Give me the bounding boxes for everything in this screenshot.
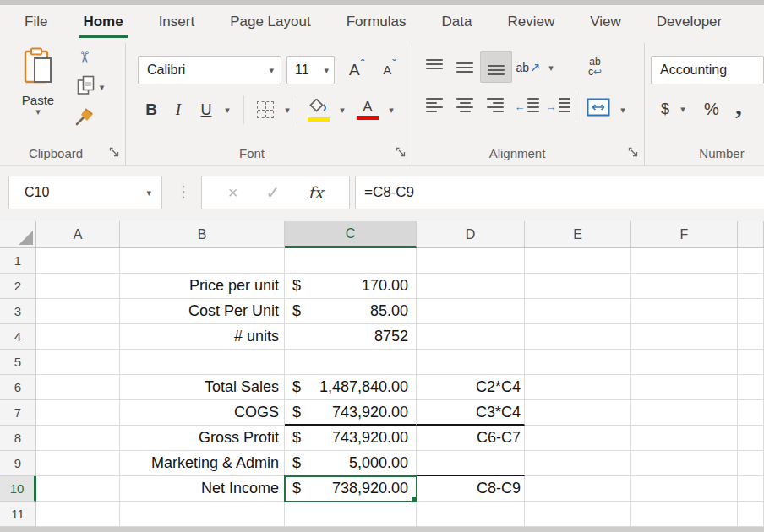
cell-F3[interactable] xyxy=(631,299,738,324)
row-header-10[interactable]: 10 xyxy=(0,476,36,502)
cell-F6[interactable] xyxy=(631,375,738,400)
cell-F11[interactable] xyxy=(631,502,738,527)
row-header-1[interactable]: 1 xyxy=(0,248,36,274)
decrease-indent-button[interactable]: ← xyxy=(512,91,541,122)
copy-button[interactable]: ▾ xyxy=(66,73,115,100)
fill-handle[interactable] xyxy=(411,496,417,502)
align-top-button[interactable] xyxy=(421,52,448,83)
increase-indent-button[interactable]: → xyxy=(543,91,572,122)
clipboard-dialog-launcher-icon[interactable] xyxy=(108,146,120,158)
cell-A11[interactable] xyxy=(36,502,120,527)
column-header-E[interactable]: E xyxy=(525,221,631,248)
tab-data[interactable]: Data xyxy=(424,5,490,38)
cell-C7[interactable]: $743,920.00 xyxy=(285,400,417,426)
cell-F1[interactable] xyxy=(631,248,738,274)
cell-D1[interactable] xyxy=(417,248,525,274)
cell-E5[interactable] xyxy=(525,350,631,375)
underline-dropdown[interactable]: ▾ xyxy=(221,95,234,125)
align-middle-button[interactable] xyxy=(451,52,478,83)
cell-D6[interactable]: C2*C4 xyxy=(417,375,525,400)
cell-D9[interactable] xyxy=(417,451,525,476)
formula-input[interactable]: =C8-C9 xyxy=(355,176,764,209)
column-header-F[interactable]: F xyxy=(631,221,738,248)
align-center-button[interactable] xyxy=(451,91,478,122)
cell-A10[interactable] xyxy=(36,476,120,502)
cell-A5[interactable] xyxy=(36,350,120,375)
cell-A3[interactable] xyxy=(36,299,120,324)
tab-page-layout[interactable]: Page Layout xyxy=(212,5,328,38)
borders-dropdown[interactable]: ▾ xyxy=(281,95,294,125)
font-size-select[interactable]: 11 ▾ xyxy=(286,56,335,84)
cell-B4[interactable]: # units xyxy=(120,324,285,350)
cell-C1[interactable] xyxy=(285,248,417,274)
tab-formulas[interactable]: Formulas xyxy=(329,5,424,38)
cut-button[interactable]: ✂ xyxy=(66,45,103,70)
alignment-dialog-launcher-icon[interactable] xyxy=(627,146,639,158)
name-box[interactable]: C10 ▾ xyxy=(8,176,162,209)
cell-G11[interactable] xyxy=(738,502,764,527)
cell-C2[interactable]: $170.00 xyxy=(285,274,417,299)
row-header-9[interactable]: 9 xyxy=(0,451,36,476)
cell-B11[interactable] xyxy=(120,502,285,527)
cell-E4[interactable] xyxy=(525,324,631,350)
increase-font-size-button[interactable]: Aˆ xyxy=(341,56,373,84)
cell-D4[interactable] xyxy=(417,324,525,350)
orientation-dropdown[interactable]: ▾ xyxy=(544,52,558,83)
cell-G2[interactable] xyxy=(738,274,764,299)
percent-style-button[interactable]: % xyxy=(698,95,725,123)
align-bottom-button-selected[interactable] xyxy=(480,51,512,83)
cell-B1[interactable] xyxy=(120,248,285,274)
cell-G10[interactable] xyxy=(738,476,764,502)
cell-C9[interactable]: $5,000.00 xyxy=(285,451,417,476)
cell-G5[interactable] xyxy=(738,350,764,375)
wrap-text-button[interactable]: ab c↩ xyxy=(578,51,612,83)
tab-review[interactable]: Review xyxy=(489,5,572,38)
cell-A8[interactable] xyxy=(36,426,120,451)
column-header-B[interactable]: B xyxy=(120,221,285,248)
cell-E8[interactable] xyxy=(525,426,631,451)
cell-E3[interactable] xyxy=(525,299,631,324)
underline-button[interactable]: U xyxy=(193,95,220,125)
borders-button[interactable] xyxy=(251,95,280,125)
cell-A1[interactable] xyxy=(36,248,120,274)
cell-G7[interactable] xyxy=(738,400,764,426)
cell-B5[interactable] xyxy=(120,350,285,375)
merge-center-button[interactable] xyxy=(581,95,615,123)
cell-F10[interactable] xyxy=(631,476,738,502)
row-header-4[interactable]: 4 xyxy=(0,324,36,350)
tab-view[interactable]: View xyxy=(572,5,639,38)
row-header-5[interactable]: 5 xyxy=(0,350,36,375)
cell-E2[interactable] xyxy=(525,274,631,299)
cell-B3[interactable]: Cost Per Unit xyxy=(120,299,285,324)
accounting-format-dropdown[interactable]: ▾ xyxy=(677,95,689,123)
cell-B7[interactable]: COGS xyxy=(120,400,285,426)
tab-file[interactable]: File xyxy=(7,5,65,38)
cell-A9[interactable] xyxy=(36,451,120,476)
cell-B10[interactable]: Net Income xyxy=(120,476,285,502)
formula-bar-resize-handle[interactable]: ⋮ xyxy=(176,182,191,201)
cell-C4[interactable]: 8752 xyxy=(285,324,417,350)
orientation-button[interactable]: ab↗ xyxy=(514,52,543,83)
cell-D10[interactable]: C8-C9 xyxy=(417,476,525,502)
cell-E9[interactable] xyxy=(525,451,631,476)
cell-E10[interactable] xyxy=(525,476,631,502)
cell-A2[interactable] xyxy=(36,274,120,299)
cell-E7[interactable] xyxy=(525,400,631,426)
select-all-corner[interactable] xyxy=(0,221,36,248)
cell-A4[interactable] xyxy=(36,324,120,350)
enter-icon[interactable]: ✓ xyxy=(266,182,281,203)
number-format-select[interactable]: Accounting xyxy=(651,56,764,84)
cell-E1[interactable] xyxy=(525,248,631,274)
cell-F8[interactable] xyxy=(631,426,738,451)
cell-B2[interactable]: Price per unit xyxy=(120,274,285,299)
cell-E6[interactable] xyxy=(525,375,631,400)
cell-A6[interactable] xyxy=(36,375,120,400)
cell-G9[interactable] xyxy=(738,451,764,476)
cell-C10[interactable]: $738,920.00 xyxy=(285,476,417,502)
cell-C8[interactable]: $743,920.00 xyxy=(285,426,417,451)
fill-color-button[interactable] xyxy=(303,95,335,125)
column-header-G[interactable] xyxy=(738,221,764,248)
cell-D8[interactable]: C6-C7 xyxy=(417,426,525,451)
cell-B8[interactable]: Gross Profit xyxy=(120,426,285,451)
cell-F7[interactable] xyxy=(631,400,738,426)
